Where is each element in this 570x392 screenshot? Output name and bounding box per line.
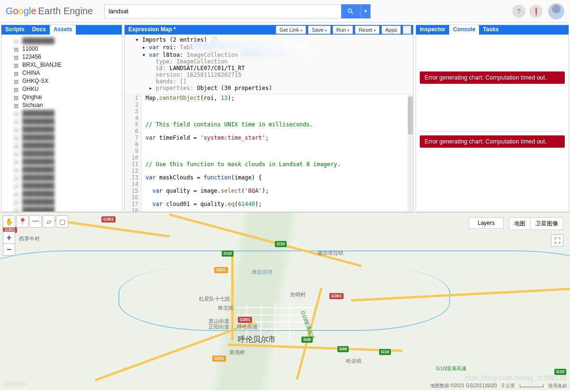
table-icon — [14, 87, 20, 91]
asset-item[interactable]: ████████ — [1, 165, 122, 173]
layers-button[interactable]: Layers — [469, 217, 504, 229]
line-tool-icon[interactable]: 〰 — [29, 215, 42, 228]
help-icon[interactable]: ? — [512, 5, 525, 18]
asset-item[interactable]: ████████ — [1, 149, 122, 157]
code-line[interactable] — [145, 194, 413, 201]
reset-button[interactable]: Reset — [355, 26, 380, 34]
asset-item[interactable]: 11000 — [1, 45, 122, 53]
tab-scripts[interactable]: Scripts — [1, 25, 28, 35]
code-line[interactable]: var cloud01 = quality.eq(61440); — [145, 201, 413, 207]
code-editor[interactable]: 123456789101112131415161718 Map.centerOb… — [125, 95, 413, 212]
logo: Google Earth Engine — [6, 6, 93, 17]
code-line[interactable]: var quality = image.select('BQA'); — [145, 187, 413, 194]
search-input[interactable] — [104, 4, 341, 18]
asset-item[interactable]: ████████ — [1, 197, 122, 205]
table-icon — [14, 207, 20, 212]
asset-item[interactable]: ████████ — [1, 181, 122, 189]
code-line[interactable] — [145, 154, 413, 161]
asset-item[interactable]: GHKQ-SX — [1, 77, 122, 85]
editor-scrollbar[interactable] — [407, 95, 413, 212]
imports-block[interactable]: ▾ Imports (2 entries) 📄 ▸ var roi: Tabl … — [125, 35, 413, 95]
maptype-satellite[interactable]: 卫星图像 — [531, 218, 563, 230]
maptype-toggle[interactable]: 地图 卫星图像 — [509, 217, 563, 230]
asset-item[interactable]: BRXL_BIANJIE — [1, 61, 122, 69]
table-icon — [14, 119, 20, 124]
code-line[interactable] — [145, 148, 413, 154]
table-icon — [14, 111, 20, 116]
asset-item[interactable]: GHKU — [1, 85, 122, 93]
table-icon — [14, 54, 20, 59]
avatar[interactable] — [548, 3, 564, 19]
error-message: Error generating chart: Computation time… — [420, 71, 565, 84]
marker-tool-icon[interactable]: 📍 — [16, 215, 28, 228]
asset-item[interactable]: ████████ — [1, 189, 122, 197]
apps-button[interactable]: Apps — [381, 26, 401, 34]
tab-docs[interactable]: Docs — [28, 25, 50, 35]
table-icon — [14, 71, 20, 75]
asset-item[interactable]: ████████ — [1, 36, 122, 45]
map-canvas[interactable]: 海拉尔河 呼伦贝尔市 西养牛村 谢尔塔拉镇 光明村 红星队十七组 铁北街 莫山街… — [0, 212, 570, 390]
tab-console[interactable]: Console — [449, 25, 479, 35]
asset-item[interactable]: Qinghai — [1, 93, 122, 101]
code-line[interactable] — [145, 181, 413, 187]
tab-inspector[interactable]: Inspector — [416, 25, 449, 35]
console-output: Error generating chart: Computation time… — [416, 35, 569, 212]
table-icon — [14, 175, 20, 180]
polygon-tool-icon[interactable]: ▱ — [43, 215, 55, 228]
feedback-icon[interactable]: ❗ — [529, 5, 543, 18]
asset-item[interactable]: ████████ — [1, 109, 122, 117]
table-icon — [14, 46, 20, 51]
google-logo: Google — [6, 6, 36, 17]
table-icon — [14, 103, 20, 107]
search-dropdown[interactable]: ▼ — [360, 4, 371, 18]
asset-item[interactable]: ████████ — [1, 141, 122, 149]
pan-tool-icon[interactable]: ✋ — [3, 215, 15, 228]
table-icon — [14, 38, 20, 43]
asset-item[interactable]: CHINA — [1, 69, 122, 77]
asset-item[interactable]: Sichuan — [1, 101, 122, 109]
code-line[interactable]: var maskClouds = function(image) { — [145, 174, 413, 181]
table-icon — [14, 183, 20, 188]
code-line[interactable]: var timeField = 'system:time_start'; — [145, 134, 413, 141]
zoom-in-button[interactable]: + — [3, 232, 15, 244]
code-line[interactable]: // This field contains UNIX time in mill… — [145, 121, 413, 128]
save-button[interactable]: Save — [308, 26, 331, 34]
getlink-button[interactable]: Get Link — [276, 26, 306, 34]
asset-item[interactable]: ████████ — [1, 133, 122, 141]
code-line[interactable] — [145, 108, 413, 115]
run-button[interactable]: Run — [333, 26, 353, 34]
code-line[interactable] — [145, 101, 413, 108]
asset-item[interactable]: ████████ — [1, 125, 122, 133]
table-icon — [14, 62, 20, 67]
asset-item[interactable]: ████████ — [1, 117, 122, 125]
code-line[interactable]: Map.centerObject(roi, 13); — [145, 95, 413, 101]
maptype-map[interactable]: 地图 — [509, 218, 531, 230]
search-button[interactable] — [341, 4, 360, 18]
gear-icon[interactable]: ⚙ — [403, 26, 411, 34]
code-line[interactable] — [145, 168, 413, 174]
city-label: 呼伦贝尔市 — [238, 335, 276, 345]
rect-tool-icon[interactable]: ▢ — [56, 215, 68, 228]
asset-item[interactable]: 123456 — [1, 53, 122, 61]
asset-item[interactable]: ████████ — [1, 173, 122, 181]
tab-assets[interactable]: Assets — [50, 25, 76, 35]
zoom-out-button[interactable]: − — [3, 243, 15, 256]
table-icon — [14, 151, 20, 156]
table-icon — [14, 79, 20, 83]
tab-tasks[interactable]: Tasks — [479, 25, 502, 35]
asset-item[interactable]: ████████ — [1, 157, 122, 165]
code-line[interactable] — [145, 207, 413, 212]
watermark: https://blog.csdn.net/qq_31988139 — [464, 374, 566, 382]
code-line[interactable] — [145, 128, 413, 134]
code-line[interactable] — [145, 115, 413, 121]
assets-list[interactable]: ████████11000123456BRXL_BIANJIECHINAGHKQ… — [1, 35, 122, 212]
code-line[interactable] — [145, 141, 413, 148]
table-icon — [14, 167, 20, 172]
fullscreen-icon[interactable]: ⛶ — [551, 234, 563, 247]
script-title: Expression Map * — [125, 25, 274, 35]
code-line[interactable]: // Use this function to mask clouds in L… — [145, 161, 413, 168]
asset-item[interactable]: ████████ — [1, 205, 122, 212]
table-icon — [14, 95, 20, 99]
river-label: 海拉尔河 — [251, 268, 272, 276]
google-map-logo: Google — [3, 380, 26, 388]
